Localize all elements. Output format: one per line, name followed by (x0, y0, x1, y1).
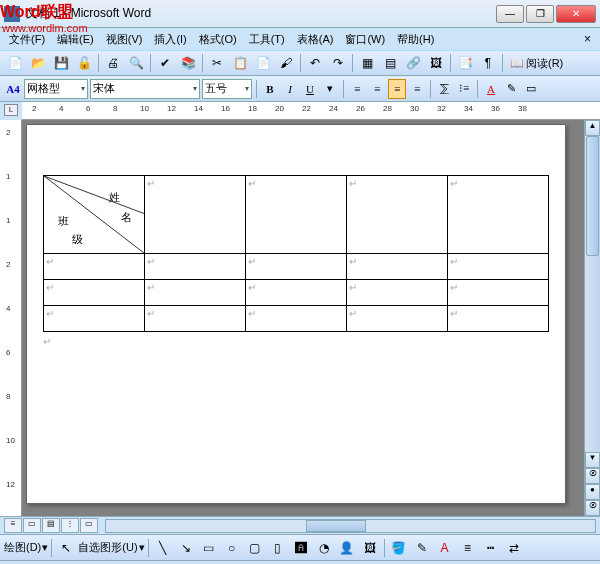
table-cell[interactable]: ↵ (145, 254, 246, 280)
style-combo[interactable]: 网格型▾ (24, 79, 88, 99)
table-cell[interactable]: ↵ (145, 306, 246, 332)
fill-color-icon[interactable]: 🪣 (388, 537, 410, 559)
align-justify-icon[interactable]: ≡ (408, 79, 426, 99)
arrow-icon[interactable]: ↘ (175, 537, 197, 559)
wordart-icon[interactable]: 🅰 (290, 537, 312, 559)
ruler-horizontal[interactable]: L 2468101214161820222426283032343638 (22, 102, 600, 120)
outline-view-icon[interactable]: ⋮ (61, 518, 79, 533)
scrollbar-horizontal[interactable] (105, 519, 596, 533)
fontsize-combo[interactable]: 五号▾ (202, 79, 252, 99)
select-arrow-icon[interactable]: ↖ (55, 537, 77, 559)
draw-menu[interactable]: 绘图(D) (4, 540, 41, 555)
permission-icon[interactable]: 🔓 (73, 52, 95, 74)
undo-icon[interactable]: ↶ (304, 52, 326, 74)
a4-styles-icon[interactable]: A4 (4, 79, 22, 99)
table-cell[interactable]: ↵ (347, 280, 448, 306)
oval-icon[interactable]: ○ (221, 537, 243, 559)
open-icon[interactable]: 📂 (27, 52, 49, 74)
tab-type-button[interactable]: L (4, 104, 18, 116)
preview-icon[interactable]: 🔍 (125, 52, 147, 74)
diagonal-header-cell[interactable]: 姓 名 班 级 (44, 176, 145, 254)
table-cell[interactable]: ↵ (347, 306, 448, 332)
insert-table-icon[interactable]: ▦ (356, 52, 378, 74)
menu-help[interactable]: 帮助(H) (392, 30, 439, 49)
document-area[interactable]: 姓 名 班 级 ↵ ↵ ↵ ↵ ↵↵↵↵↵ ↵↵↵↵↵ ↵↵↵↵↵ ↵ (22, 120, 584, 516)
scroll-thumb-v[interactable] (586, 136, 599, 256)
reading-mode-button[interactable]: 📖阅读(R) (506, 56, 567, 71)
table-cell[interactable]: ↵ (246, 306, 347, 332)
menu-table[interactable]: 表格(A) (292, 30, 339, 49)
charborder-icon[interactable]: ▭ (522, 79, 540, 99)
new-doc-icon[interactable]: 📄 (4, 52, 26, 74)
research-icon[interactable]: 📚 (177, 52, 199, 74)
close-button[interactable]: ✕ (556, 5, 596, 23)
align-left-icon[interactable]: ≡ (348, 79, 366, 99)
copy-icon[interactable]: 📋 (229, 52, 251, 74)
table-cell[interactable]: ↵ (347, 254, 448, 280)
cut-icon[interactable]: ✂ (206, 52, 228, 74)
table-cell[interactable]: ↵ (44, 254, 145, 280)
browse-next-icon[interactable]: ⦿ (585, 500, 600, 516)
picture-icon[interactable]: 🖼 (359, 537, 381, 559)
table-cell[interactable]: ↵ (448, 280, 549, 306)
table-cell[interactable]: ↵ (246, 280, 347, 306)
print-icon[interactable]: 🖨 (102, 52, 124, 74)
table-cell[interactable]: ↵ (246, 254, 347, 280)
vtextbox-icon[interactable]: ▯ (267, 537, 289, 559)
table-cell[interactable]: ↵ (246, 176, 347, 254)
paste-icon[interactable]: 📄 (252, 52, 274, 74)
table-cell[interactable]: ↵ (347, 176, 448, 254)
align-center-icon[interactable]: ≡ (368, 79, 386, 99)
spell-icon[interactable]: ✔ (154, 52, 176, 74)
numbering-icon[interactable]: ⅀ (435, 79, 453, 99)
scroll-up-icon[interactable]: ▲ (585, 120, 600, 136)
select-browse-icon[interactable]: ● (585, 484, 600, 500)
browse-prev-icon[interactable]: ⦿ (585, 468, 600, 484)
underline-button[interactable]: U (301, 79, 319, 99)
menu-window[interactable]: 窗口(W) (340, 30, 390, 49)
table-cell[interactable]: ↵ (448, 306, 549, 332)
table-cell[interactable]: ↵ (448, 254, 549, 280)
docmap-icon[interactable]: 📑 (454, 52, 476, 74)
ruler-vertical[interactable]: 21124681012 (0, 120, 22, 516)
menu-insert[interactable]: 插入(I) (149, 30, 191, 49)
highlight-icon[interactable]: ✎ (502, 79, 520, 99)
table-cell[interactable]: ↵ (145, 176, 246, 254)
format-painter-icon[interactable]: 🖌 (275, 52, 297, 74)
font-color-icon[interactable]: A (482, 79, 500, 99)
normal-view-icon[interactable]: ≡ (4, 518, 22, 533)
bold-button[interactable]: B (261, 79, 279, 99)
print-view-icon[interactable]: ▤ (42, 518, 60, 533)
drawing-icon[interactable]: 🖼 (425, 52, 447, 74)
fontcolor-draw-icon[interactable]: A (434, 537, 456, 559)
line-style-icon[interactable]: ≡ (457, 537, 479, 559)
clipart-icon[interactable]: 👤 (336, 537, 358, 559)
insert-diagram-icon[interactable]: ▤ (379, 52, 401, 74)
line-color-icon[interactable]: ✎ (411, 537, 433, 559)
scrollbar-vertical[interactable]: ▲ ▼ ⦿ ● ⦿ (584, 120, 600, 516)
table-cell[interactable]: ↵ (448, 176, 549, 254)
redo-icon[interactable]: ↷ (327, 52, 349, 74)
web-view-icon[interactable]: ▭ (23, 518, 41, 533)
minimize-button[interactable]: — (496, 5, 524, 23)
font-combo[interactable]: 宋体▾ (90, 79, 200, 99)
menu-tools[interactable]: 工具(T) (244, 30, 290, 49)
save-icon[interactable]: 💾 (50, 52, 72, 74)
bullets-icon[interactable]: ⁝≡ (455, 79, 473, 99)
table-cell[interactable]: ↵ (145, 280, 246, 306)
show-marks-icon[interactable]: ¶ (477, 52, 499, 74)
underline-dropdown-icon[interactable]: ▾ (321, 79, 339, 99)
rect-icon[interactable]: ▭ (198, 537, 220, 559)
autoshape-menu[interactable]: 自选图形(U) (78, 540, 137, 555)
textbox-icon[interactable]: ▢ (244, 537, 266, 559)
word-table[interactable]: 姓 名 班 级 ↵ ↵ ↵ ↵ ↵↵↵↵↵ ↵↵↵↵↵ ↵↵↵↵↵ (43, 175, 549, 332)
align-right-icon[interactable]: ≡ (388, 79, 406, 99)
menu-view[interactable]: 视图(V) (101, 30, 148, 49)
doc-close-button[interactable]: × (579, 30, 596, 48)
reading-view-icon[interactable]: ▭ (80, 518, 98, 533)
table-cell[interactable]: ↵ (44, 280, 145, 306)
menu-format[interactable]: 格式(O) (194, 30, 242, 49)
scroll-down-icon[interactable]: ▼ (585, 452, 600, 468)
scroll-thumb-h[interactable] (306, 520, 366, 532)
italic-button[interactable]: I (281, 79, 299, 99)
